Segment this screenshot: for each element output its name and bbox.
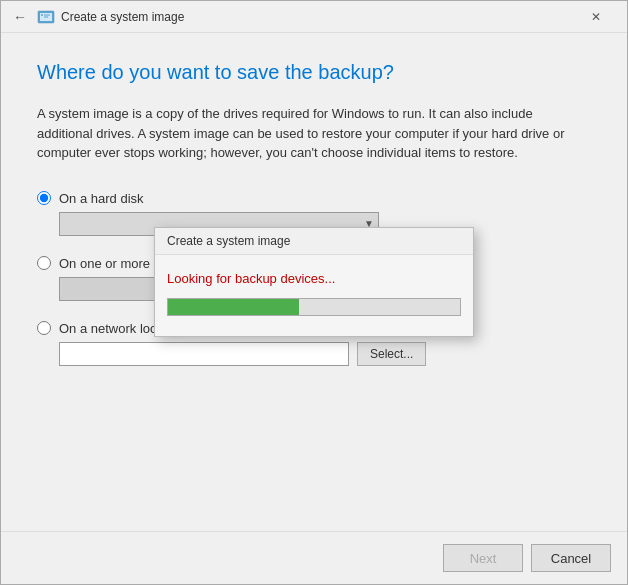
main-content: Where do you want to save the backup? A … [1,33,627,531]
cancel-button[interactable]: Cancel [531,544,611,572]
hard-disk-text: On a hard disk [59,191,144,206]
progress-bar-fill [168,299,299,315]
svg-rect-4 [44,16,48,17]
hard-disk-label[interactable]: On a hard disk [37,191,591,206]
svg-point-2 [41,14,43,16]
popup-title: Create a system image [155,228,473,255]
window-icon [37,8,55,26]
main-window: ← Create a system image ✕ Where do you w… [0,0,628,585]
footer: Next Cancel [1,531,627,584]
network-radio[interactable] [37,321,51,335]
select-button[interactable]: Select... [357,342,426,366]
network-input[interactable] [59,342,349,366]
dvd-text: On one or more D [59,256,163,271]
svg-rect-3 [44,14,50,15]
network-input-row: Select... [59,342,591,366]
popup-message: Looking for backup devices... [167,271,461,286]
popup-dialog: Create a system image Looking for backup… [154,227,474,337]
close-button[interactable]: ✕ [573,1,619,33]
hard-disk-radio[interactable] [37,191,51,205]
page-title: Where do you want to save the backup? [37,61,591,84]
title-bar: ← Create a system image ✕ [1,1,627,33]
next-button[interactable]: Next [443,544,523,572]
title-bar-text: Create a system image [61,10,184,24]
description-text: A system image is a copy of the drives r… [37,104,591,163]
back-button[interactable]: ← [9,7,31,27]
progress-bar-container [167,298,461,316]
title-bar-left: ← Create a system image [9,7,573,27]
popup-content: Looking for backup devices... [155,255,473,336]
dvd-radio[interactable] [37,256,51,270]
